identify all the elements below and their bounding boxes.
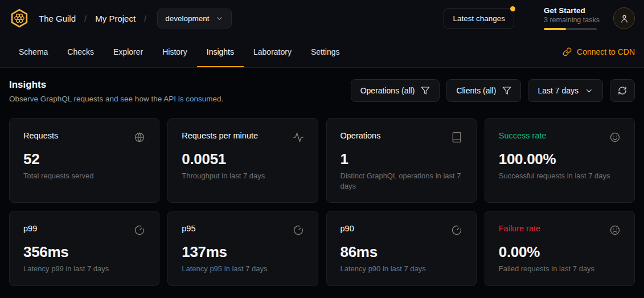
card-description: Latency p90 in last 7 days xyxy=(341,264,462,274)
nav-tabs: SchemaChecksExplorerHistoryInsightsLabor… xyxy=(9,36,350,67)
get-started-widget[interactable]: Get Started 3 remaining tasks xyxy=(544,6,598,30)
tab-explorer[interactable]: Explorer xyxy=(104,36,153,67)
connect-to-cdn-link[interactable]: Connect to CDN xyxy=(563,36,635,67)
latest-changes-label: Latest changes xyxy=(453,14,505,23)
guild-logo[interactable] xyxy=(9,8,30,28)
card-value: 356ms xyxy=(23,243,145,261)
clients-filter-button[interactable]: Clients (all) xyxy=(446,79,521,102)
page-title: Insights xyxy=(9,79,223,91)
get-started-title: Get Started xyxy=(544,6,598,15)
period-select-button[interactable]: Last 7 days xyxy=(528,79,603,102)
card-title: Success rate xyxy=(499,131,547,140)
card-description: Throughput in last 7 days xyxy=(182,171,303,181)
card-value: 0.0051 xyxy=(182,150,303,168)
tab-settings[interactable]: Settings xyxy=(301,36,350,67)
tab-history[interactable]: History xyxy=(153,36,197,67)
gauge-icon xyxy=(293,224,304,236)
stat-card: Requests 52 Total requests served xyxy=(9,118,159,203)
card-title: p95 xyxy=(182,224,195,233)
link-icon xyxy=(563,47,572,56)
card-value: 1 xyxy=(341,150,462,168)
person-icon xyxy=(620,14,629,23)
card-description: Failed requests in last 7 days xyxy=(499,264,621,274)
funnel-icon xyxy=(502,86,511,95)
card-value: 100.00% xyxy=(499,150,621,168)
card-value: 52 xyxy=(23,150,145,168)
card-title: Requests xyxy=(23,131,58,140)
stat-card: p90 86ms Latency p90 in last 7 days xyxy=(326,211,477,286)
page-head-row: Insights Observe GraphQL requests and se… xyxy=(9,79,635,103)
insights-page: Insights Observe GraphQL requests and se… xyxy=(0,68,644,286)
get-started-subtitle: 3 remaining tasks xyxy=(544,16,598,24)
activity-icon xyxy=(293,132,304,143)
card-value: 0.00% xyxy=(499,243,621,261)
breadcrumb-org[interactable]: The Guild xyxy=(39,14,76,23)
globe-icon xyxy=(134,132,145,143)
user-avatar[interactable] xyxy=(613,7,635,29)
card-title: Failure rate xyxy=(499,224,540,233)
stat-card: Success rate 100.00% Successful requests… xyxy=(485,118,635,203)
stat-card: Failure rate 0.00% Failed requests in la… xyxy=(485,211,635,286)
clients-filter-label: Clients (all) xyxy=(456,86,496,95)
get-started-progress xyxy=(544,28,597,30)
notification-dot xyxy=(510,6,515,11)
smile-icon xyxy=(609,132,621,143)
card-value: 86ms xyxy=(341,243,462,261)
card-title: Operations xyxy=(341,131,381,140)
book-icon xyxy=(451,132,462,143)
card-title: p99 xyxy=(23,224,37,233)
breadcrumb-separator: / xyxy=(144,14,146,23)
tab-insights[interactable]: Insights xyxy=(197,36,244,67)
nav-bar: SchemaChecksExplorerHistoryInsightsLabor… xyxy=(0,36,644,68)
breadcrumb: The Guild / My Project / development xyxy=(39,9,232,28)
stat-card: Requests per minute 0.0051 Throughput in… xyxy=(167,118,318,203)
breadcrumb-separator: / xyxy=(84,14,87,23)
card-description: Total requests served xyxy=(23,171,145,181)
target-selector-value: development xyxy=(165,14,209,23)
chevron-down-icon xyxy=(585,87,593,95)
funnel-icon xyxy=(421,86,430,95)
header-right: Latest changes Get Started 3 remaining t… xyxy=(444,6,635,30)
get-started-progress-fill xyxy=(544,28,566,30)
card-value: 137ms xyxy=(182,243,303,261)
filters-toolbar: Operations (all) Clients (all) Last 7 da… xyxy=(351,79,635,102)
app-header: The Guild / My Project / development Lat… xyxy=(0,0,644,36)
card-description: Distinct GraphQL operations in last 7 da… xyxy=(341,171,462,191)
top-region: The Guild / My Project / development Lat… xyxy=(0,0,644,68)
refresh-button[interactable] xyxy=(610,79,635,102)
tab-laboratory[interactable]: Laboratory xyxy=(244,36,301,67)
connect-to-cdn-label: Connect to CDN xyxy=(577,47,635,56)
tab-checks[interactable]: Checks xyxy=(58,36,104,67)
stats-grid: Requests 52 Total requests served Reques… xyxy=(9,118,635,286)
gauge-icon xyxy=(451,224,462,236)
card-title: Requests per minute xyxy=(182,131,258,140)
stat-card: Operations 1 Distinct GraphQL operations… xyxy=(326,118,477,203)
breadcrumb-project[interactable]: My Project xyxy=(95,14,136,23)
target-selector[interactable]: development xyxy=(157,9,231,28)
stat-card: p95 137ms Latency p95 in last 7 days xyxy=(167,211,318,286)
chevron-down-icon xyxy=(215,14,224,23)
page-subtitle: Observe GraphQL requests and see how the… xyxy=(9,95,223,103)
operations-filter-button[interactable]: Operations (all) xyxy=(351,79,440,102)
frown-icon xyxy=(609,224,621,236)
hive-logo-icon xyxy=(9,8,30,28)
page-heading-block: Insights Observe GraphQL requests and se… xyxy=(9,79,223,103)
operations-filter-label: Operations (all) xyxy=(360,86,415,95)
card-description: Latency p95 in last 7 days xyxy=(182,264,303,274)
tab-schema[interactable]: Schema xyxy=(9,36,58,67)
latest-changes-button[interactable]: Latest changes xyxy=(444,8,514,29)
period-select-label: Last 7 days xyxy=(538,86,579,95)
card-description: Successful requests in last 7 days xyxy=(499,171,621,181)
refresh-icon xyxy=(618,86,627,95)
card-description: Latency p99 in last 7 days xyxy=(23,264,145,274)
section-divider xyxy=(0,296,644,296)
gauge-icon xyxy=(134,224,145,236)
card-title: p90 xyxy=(341,224,354,233)
stat-card: p99 356ms Latency p99 in last 7 days xyxy=(9,211,159,286)
